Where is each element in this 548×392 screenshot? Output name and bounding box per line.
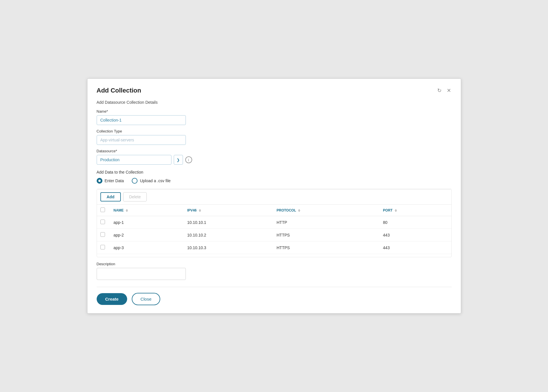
footer-buttons: Create Close bbox=[97, 287, 452, 305]
header-protocol: PROTOCOL bbox=[273, 205, 379, 216]
close-dialog-button[interactable]: ✕ bbox=[446, 87, 452, 94]
create-button[interactable]: Create bbox=[97, 293, 127, 305]
enter-data-option[interactable]: Enter Data bbox=[97, 178, 124, 184]
sort-protocol-icon[interactable] bbox=[298, 209, 300, 212]
radio-group: Enter Data Upload a .csv file bbox=[97, 178, 452, 184]
close-icon: ✕ bbox=[447, 88, 451, 93]
dialog-title: Add Collection bbox=[97, 87, 141, 94]
row-checkbox-cell bbox=[97, 216, 110, 229]
table-row: app-2 10.10.10.2 HTTPS 443 bbox=[97, 229, 451, 241]
dialog-header: Add Collection ↻ ✕ bbox=[97, 87, 452, 94]
datasource-label: Datasource* bbox=[97, 149, 452, 153]
sort-port-icon[interactable] bbox=[395, 209, 397, 212]
row-port-2: 443 bbox=[379, 241, 451, 254]
row-protocol-1: HTTPS bbox=[273, 229, 379, 241]
section-subtitle: Add Datasource Collection Details bbox=[97, 100, 452, 105]
name-input[interactable] bbox=[97, 115, 186, 125]
row-port-1: 443 bbox=[379, 229, 451, 241]
add-data-label: Add Data to the Collection bbox=[97, 170, 452, 174]
row-checkbox-cell bbox=[97, 229, 110, 241]
row-name-2: app-3 bbox=[110, 241, 184, 254]
table-row: app-3 10.10.10.3 HTTPS 443 bbox=[97, 241, 451, 254]
collection-type-input[interactable] bbox=[97, 135, 186, 145]
data-table: NAME IPV46 PROTOCOL PORT bbox=[97, 205, 451, 254]
table-header-row: NAME IPV46 PROTOCOL PORT bbox=[97, 205, 451, 216]
row-port-0: 80 bbox=[379, 216, 451, 229]
row-ipv46-2: 10.10.10.3 bbox=[184, 241, 273, 254]
sort-name-icon[interactable] bbox=[126, 209, 128, 212]
upload-csv-radio[interactable] bbox=[132, 178, 138, 184]
row-checkbox-cell bbox=[97, 241, 110, 254]
description-label: Description bbox=[97, 262, 452, 266]
header-name: NAME bbox=[110, 205, 184, 216]
row-ipv46-0: 10.10.10.1 bbox=[184, 216, 273, 229]
enter-data-radio[interactable] bbox=[97, 178, 102, 184]
upload-csv-option[interactable]: Upload a .csv file bbox=[132, 178, 171, 184]
description-section: Description bbox=[97, 262, 452, 280]
row-name-0: app-1 bbox=[110, 216, 184, 229]
add-collection-dialog: Add Collection ↻ ✕ Add Datasource Collec… bbox=[87, 78, 461, 314]
row-checkbox-2[interactable] bbox=[100, 245, 105, 249]
header-checkbox-col bbox=[97, 205, 110, 216]
collection-type-field: Collection Type bbox=[97, 129, 452, 149]
close-button[interactable]: Close bbox=[132, 293, 160, 305]
header-icons: ↻ ✕ bbox=[437, 87, 452, 94]
datasource-row: ❯ i bbox=[97, 155, 452, 165]
name-label: Name* bbox=[97, 109, 452, 114]
row-checkbox-0[interactable] bbox=[100, 220, 105, 224]
datasource-expand-button[interactable]: ❯ bbox=[174, 155, 183, 165]
row-protocol-0: HTTP bbox=[273, 216, 379, 229]
add-row-button[interactable]: Add bbox=[100, 192, 121, 201]
table-toolbar: Add Delete bbox=[97, 189, 451, 205]
enter-data-label: Enter Data bbox=[105, 178, 124, 183]
header-checkbox[interactable] bbox=[100, 207, 105, 212]
name-field: Name* bbox=[97, 109, 452, 129]
delete-row-button[interactable]: Delete bbox=[123, 192, 147, 201]
row-protocol-2: HTTPS bbox=[273, 241, 379, 254]
datasource-input[interactable] bbox=[97, 155, 171, 165]
description-input[interactable] bbox=[97, 268, 186, 280]
collection-type-label: Collection Type bbox=[97, 129, 452, 133]
upload-csv-label: Upload a .csv file bbox=[140, 178, 171, 183]
row-ipv46-1: 10.10.10.2 bbox=[184, 229, 273, 241]
info-icon[interactable]: i bbox=[185, 156, 192, 163]
chevron-right-icon: ❯ bbox=[177, 158, 180, 162]
datasource-field: Datasource* ❯ i bbox=[97, 149, 452, 165]
header-ipv46: IPV46 bbox=[184, 205, 273, 216]
row-checkbox-1[interactable] bbox=[100, 232, 105, 237]
data-table-wrapper: Add Delete NAME IPV46 bbox=[97, 189, 452, 257]
table-row: app-1 10.10.10.1 HTTP 80 bbox=[97, 216, 451, 229]
sort-ipv46-icon[interactable] bbox=[199, 209, 201, 212]
refresh-button[interactable]: ↻ bbox=[437, 87, 442, 94]
row-name-1: app-2 bbox=[110, 229, 184, 241]
header-port: PORT bbox=[379, 205, 451, 216]
refresh-icon: ↻ bbox=[437, 88, 442, 93]
